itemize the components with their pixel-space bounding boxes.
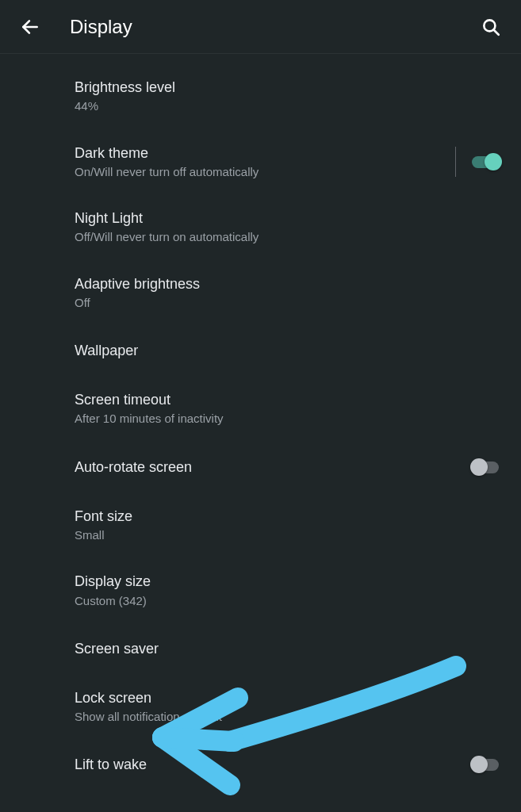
item-title: Font size	[75, 507, 492, 526]
item-title: Lock screen	[75, 688, 492, 707]
item-subtitle: On/Will never turn off automatically	[75, 164, 446, 180]
svg-line-2	[493, 29, 498, 34]
item-title: Brightness level	[75, 78, 492, 97]
item-adaptive-brightness[interactable]: Adaptive brightness Off	[0, 260, 521, 326]
item-subtitle: Show all notification content	[75, 709, 492, 725]
item-lock-screen[interactable]: Lock screen Show all notification conten…	[0, 674, 521, 740]
item-title: Screen saver	[75, 639, 492, 658]
switch-thumb	[485, 153, 502, 170]
settings-list: Brightness level 44% Dark theme On/Will …	[0, 54, 521, 790]
search-icon	[481, 17, 501, 37]
text-block: Adaptive brightness Off	[75, 274, 502, 312]
item-night-light[interactable]: Night Light Off/Will never turn on autom…	[0, 194, 521, 260]
item-wallpaper[interactable]: Wallpaper	[0, 325, 521, 376]
item-title: Screen timeout	[75, 390, 492, 409]
item-lift-to-wake[interactable]: Lift to wake	[0, 739, 521, 790]
text-block: Screen saver	[75, 639, 502, 658]
auto-rotate-switch[interactable]	[470, 458, 502, 477]
vertical-divider	[455, 147, 456, 177]
text-block: Wallpaper	[75, 341, 502, 360]
search-button[interactable]	[475, 11, 507, 43]
item-brightness-level[interactable]: Brightness level 44%	[0, 63, 521, 129]
item-subtitle: After 10 minutes of inactivity	[75, 411, 492, 427]
item-title: Lift to wake	[75, 755, 461, 774]
item-subtitle: Off/Will never turn on automatically	[75, 229, 492, 245]
item-screen-saver[interactable]: Screen saver	[0, 623, 521, 674]
item-subtitle: Off	[75, 295, 492, 311]
item-title: Display size	[75, 572, 492, 591]
item-title: Wallpaper	[75, 341, 492, 360]
text-block: Night Light Off/Will never turn on autom…	[75, 209, 502, 246]
switch-thumb	[470, 756, 488, 773]
text-block: Font size Small	[75, 507, 502, 544]
switch-thumb	[470, 458, 488, 476]
back-arrow-icon	[20, 17, 40, 37]
item-subtitle: Custom (342)	[75, 593, 492, 609]
dark-theme-switch[interactable]	[470, 152, 502, 171]
text-block: Dark theme On/Will never turn off automa…	[75, 144, 455, 181]
text-block: Lift to wake	[75, 755, 470, 774]
page-title: Display	[70, 16, 475, 38]
text-block: Screen timeout After 10 minutes of inact…	[75, 390, 502, 427]
item-title: Adaptive brightness	[75, 274, 492, 293]
text-block: Brightness level 44%	[75, 78, 502, 115]
item-subtitle: 44%	[75, 98, 492, 114]
item-dark-theme[interactable]: Dark theme On/Will never turn off automa…	[0, 129, 521, 195]
item-display-size[interactable]: Display size Custom (342)	[0, 557, 521, 623]
item-auto-rotate[interactable]: Auto-rotate screen	[0, 442, 521, 492]
lift-to-wake-switch[interactable]	[470, 755, 502, 774]
text-block: Lock screen Show all notification conten…	[75, 688, 502, 726]
item-title: Night Light	[75, 209, 492, 228]
app-header: Display	[0, 0, 521, 54]
item-font-size[interactable]: Font size Small	[0, 492, 521, 558]
text-block: Auto-rotate screen	[75, 458, 470, 477]
item-screen-timeout[interactable]: Screen timeout After 10 minutes of inact…	[0, 376, 521, 442]
item-title: Dark theme	[75, 144, 446, 163]
back-button[interactable]	[14, 11, 46, 43]
item-subtitle: Small	[75, 527, 492, 543]
text-block: Display size Custom (342)	[75, 572, 502, 609]
item-title: Auto-rotate screen	[75, 458, 461, 477]
